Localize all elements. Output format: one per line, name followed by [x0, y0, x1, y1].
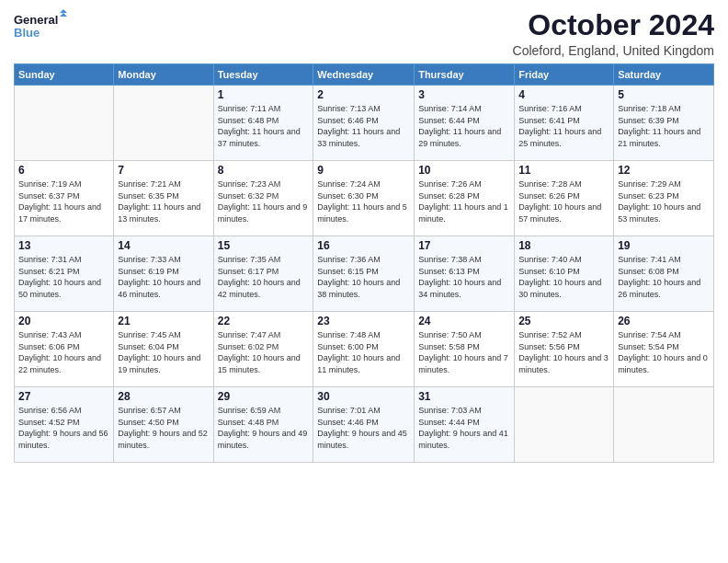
month-title: October 2024 — [513, 9, 714, 41]
day-cell: 3Sunrise: 7:14 AM Sunset: 6:44 PM Daylig… — [415, 86, 515, 161]
day-cell: 22Sunrise: 7:47 AM Sunset: 6:02 PM Dayli… — [213, 312, 313, 387]
day-number: 18 — [518, 239, 609, 252]
day-info: Sunrise: 7:38 AM Sunset: 6:13 PM Dayligh… — [418, 254, 510, 300]
day-cell: 2Sunrise: 7:13 AM Sunset: 6:46 PM Daylig… — [313, 86, 415, 161]
day-info: Sunrise: 7:18 AM Sunset: 6:39 PM Dayligh… — [618, 103, 710, 149]
day-info: Sunrise: 7:19 AM Sunset: 6:37 PM Dayligh… — [18, 178, 109, 224]
day-number: 20 — [18, 315, 109, 327]
day-cell: 18Sunrise: 7:40 AM Sunset: 6:10 PM Dayli… — [515, 236, 614, 312]
day-number: 7 — [118, 164, 209, 177]
day-cell — [614, 387, 714, 463]
day-cell: 13Sunrise: 7:31 AM Sunset: 6:21 PM Dayli… — [15, 236, 114, 312]
day-info: Sunrise: 7:01 AM Sunset: 4:46 PM Dayligh… — [317, 405, 410, 451]
day-cell — [515, 387, 614, 463]
day-info: Sunrise: 7:45 AM Sunset: 6:04 PM Dayligh… — [118, 329, 209, 375]
week-row-3: 13Sunrise: 7:31 AM Sunset: 6:21 PM Dayli… — [15, 236, 714, 312]
col-wednesday: Wednesday — [313, 64, 415, 86]
day-info: Sunrise: 7:47 AM Sunset: 6:02 PM Dayligh… — [218, 329, 310, 375]
day-info: Sunrise: 7:48 AM Sunset: 6:00 PM Dayligh… — [317, 329, 410, 375]
day-info: Sunrise: 7:31 AM Sunset: 6:21 PM Dayligh… — [18, 254, 109, 300]
day-cell: 20Sunrise: 7:43 AM Sunset: 6:06 PM Dayli… — [15, 312, 114, 387]
day-cell: 12Sunrise: 7:29 AM Sunset: 6:23 PM Dayli… — [614, 161, 714, 236]
day-number: 11 — [518, 164, 609, 177]
day-cell: 27Sunrise: 6:56 AM Sunset: 4:52 PM Dayli… — [15, 387, 114, 463]
day-number: 1 — [218, 88, 310, 101]
svg-text:Blue: Blue — [14, 26, 40, 40]
day-number: 19 — [618, 239, 710, 252]
day-cell: 21Sunrise: 7:45 AM Sunset: 6:04 PM Dayli… — [114, 312, 213, 387]
day-number: 31 — [418, 390, 510, 403]
svg-marker-3 — [60, 13, 67, 17]
day-cell: 24Sunrise: 7:50 AM Sunset: 5:58 PM Dayli… — [415, 312, 515, 387]
day-info: Sunrise: 7:23 AM Sunset: 6:32 PM Dayligh… — [218, 178, 310, 224]
day-cell: 15Sunrise: 7:35 AM Sunset: 6:17 PM Dayli… — [213, 236, 313, 312]
day-info: Sunrise: 7:11 AM Sunset: 6:48 PM Dayligh… — [218, 103, 310, 149]
calendar-body: 1Sunrise: 7:11 AM Sunset: 6:48 PM Daylig… — [15, 86, 714, 463]
day-number: 27 — [18, 390, 109, 403]
week-row-1: 1Sunrise: 7:11 AM Sunset: 6:48 PM Daylig… — [15, 86, 714, 161]
day-info: Sunrise: 7:50 AM Sunset: 5:58 PM Dayligh… — [418, 329, 510, 375]
day-info: Sunrise: 7:28 AM Sunset: 6:26 PM Dayligh… — [518, 178, 609, 224]
logo: General Blue — [14, 9, 69, 46]
day-number: 26 — [618, 315, 710, 327]
day-cell: 6Sunrise: 7:19 AM Sunset: 6:37 PM Daylig… — [15, 161, 114, 236]
day-info: Sunrise: 7:54 AM Sunset: 5:54 PM Dayligh… — [618, 329, 710, 375]
day-cell: 5Sunrise: 7:18 AM Sunset: 6:39 PM Daylig… — [614, 86, 714, 161]
day-cell: 8Sunrise: 7:23 AM Sunset: 6:32 PM Daylig… — [213, 161, 313, 236]
day-info: Sunrise: 7:13 AM Sunset: 6:46 PM Dayligh… — [317, 103, 410, 149]
col-friday: Friday — [515, 64, 614, 86]
day-cell: 17Sunrise: 7:38 AM Sunset: 6:13 PM Dayli… — [415, 236, 515, 312]
day-number: 29 — [218, 390, 310, 403]
day-number: 4 — [518, 88, 609, 101]
day-number: 14 — [118, 239, 209, 252]
day-info: Sunrise: 7:52 AM Sunset: 5:56 PM Dayligh… — [518, 329, 609, 375]
day-number: 13 — [18, 239, 109, 252]
calendar-table: Sunday Monday Tuesday Wednesday Thursday… — [14, 63, 714, 463]
day-info: Sunrise: 7:03 AM Sunset: 4:44 PM Dayligh… — [418, 405, 510, 451]
day-number: 22 — [218, 315, 310, 327]
day-number: 10 — [418, 164, 510, 177]
location: Coleford, England, United Kingdom — [513, 43, 714, 58]
day-cell: 19Sunrise: 7:41 AM Sunset: 6:08 PM Dayli… — [614, 236, 714, 312]
day-info: Sunrise: 7:35 AM Sunset: 6:17 PM Dayligh… — [218, 254, 310, 300]
day-info: Sunrise: 7:33 AM Sunset: 6:19 PM Dayligh… — [118, 254, 209, 300]
day-cell: 29Sunrise: 6:59 AM Sunset: 4:48 PM Dayli… — [213, 387, 313, 463]
col-sunday: Sunday — [15, 64, 114, 86]
day-number: 17 — [418, 239, 510, 252]
day-cell: 30Sunrise: 7:01 AM Sunset: 4:46 PM Dayli… — [313, 387, 415, 463]
day-info: Sunrise: 7:43 AM Sunset: 6:06 PM Dayligh… — [18, 329, 109, 375]
day-number: 25 — [518, 315, 609, 327]
week-row-5: 27Sunrise: 6:56 AM Sunset: 4:52 PM Dayli… — [15, 387, 714, 463]
day-number: 28 — [118, 390, 209, 403]
week-row-2: 6Sunrise: 7:19 AM Sunset: 6:37 PM Daylig… — [15, 161, 714, 236]
day-info: Sunrise: 7:24 AM Sunset: 6:30 PM Dayligh… — [317, 178, 410, 224]
day-info: Sunrise: 7:36 AM Sunset: 6:15 PM Dayligh… — [317, 254, 410, 300]
day-number: 9 — [317, 164, 410, 177]
col-monday: Monday — [114, 64, 213, 86]
col-saturday: Saturday — [614, 64, 714, 86]
calendar-header: Sunday Monday Tuesday Wednesday Thursday… — [15, 64, 714, 86]
day-number: 23 — [317, 315, 410, 327]
day-number: 16 — [317, 239, 410, 252]
day-info: Sunrise: 7:26 AM Sunset: 6:28 PM Dayligh… — [418, 178, 510, 224]
day-number: 15 — [218, 239, 310, 252]
day-cell: 16Sunrise: 7:36 AM Sunset: 6:15 PM Dayli… — [313, 236, 415, 312]
day-number: 5 — [618, 88, 710, 101]
day-cell: 28Sunrise: 6:57 AM Sunset: 4:50 PM Dayli… — [114, 387, 213, 463]
svg-text:General: General — [14, 13, 58, 27]
day-info: Sunrise: 7:41 AM Sunset: 6:08 PM Dayligh… — [618, 254, 710, 300]
day-cell: 7Sunrise: 7:21 AM Sunset: 6:35 PM Daylig… — [114, 161, 213, 236]
day-cell: 25Sunrise: 7:52 AM Sunset: 5:56 PM Dayli… — [515, 312, 614, 387]
svg-marker-2 — [60, 9, 67, 13]
day-info: Sunrise: 7:14 AM Sunset: 6:44 PM Dayligh… — [418, 103, 510, 149]
week-row-4: 20Sunrise: 7:43 AM Sunset: 6:06 PM Dayli… — [15, 312, 714, 387]
day-number: 30 — [317, 390, 410, 403]
day-cell: 31Sunrise: 7:03 AM Sunset: 4:44 PM Dayli… — [415, 387, 515, 463]
day-info: Sunrise: 6:56 AM Sunset: 4:52 PM Dayligh… — [18, 405, 109, 451]
day-cell: 9Sunrise: 7:24 AM Sunset: 6:30 PM Daylig… — [313, 161, 415, 236]
day-cell: 23Sunrise: 7:48 AM Sunset: 6:00 PM Dayli… — [313, 312, 415, 387]
col-tuesday: Tuesday — [213, 64, 313, 86]
day-number: 12 — [618, 164, 710, 177]
day-cell: 10Sunrise: 7:26 AM Sunset: 6:28 PM Dayli… — [415, 161, 515, 236]
day-cell: 26Sunrise: 7:54 AM Sunset: 5:54 PM Dayli… — [614, 312, 714, 387]
